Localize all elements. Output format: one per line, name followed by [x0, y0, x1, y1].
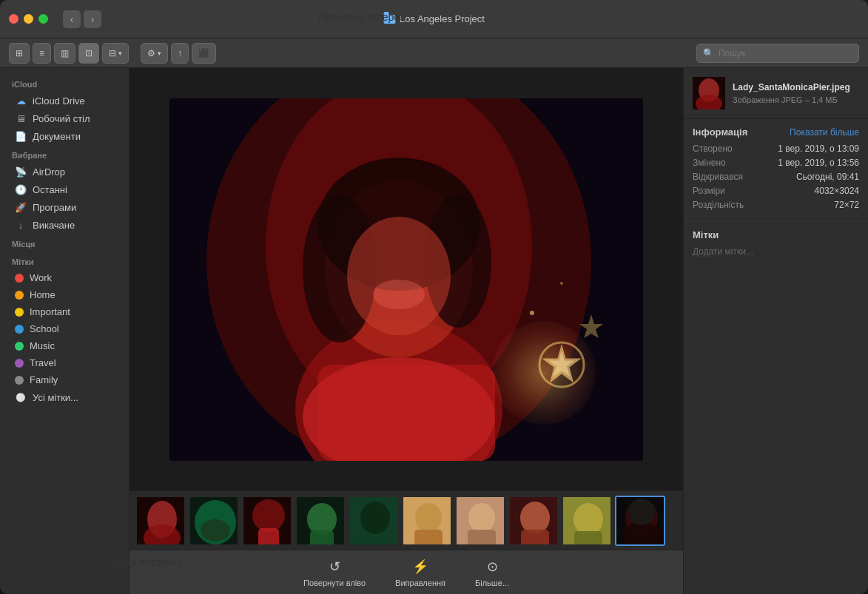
preview-header: Lady_SantaMonicaPier.jpeg Зображення JPE… [684, 68, 868, 119]
sidebar-item-downloads[interactable]: ↓ Викачане [3, 216, 126, 234]
sidebar-item-recents[interactable]: 🕐 Останні [3, 180, 126, 198]
info-section: Інформація Показати більше Створено 1 ве… [684, 119, 868, 222]
thumb-image-10 [616, 497, 664, 544]
svg-point-8 [347, 217, 451, 335]
back-button[interactable]: ‹ [63, 10, 81, 28]
doc-icon: 📄 [15, 130, 27, 142]
thumbnail-8[interactable] [508, 496, 559, 546]
thumb-image-5 [350, 497, 397, 544]
add-tag-placeholder[interactable]: Додати мітки... [693, 246, 859, 257]
view-icons-button[interactable]: ⊞ [9, 43, 30, 64]
sidebar-item-all-tags[interactable]: ⚪ Усі мітки... [3, 388, 126, 406]
view-gallery-icon: ⊡ [85, 48, 92, 58]
share-icon: ↑ [178, 48, 182, 58]
svg-point-43 [573, 503, 603, 536]
show-more-link[interactable]: Показати більше [790, 127, 859, 138]
main-image [169, 98, 643, 461]
svg-point-9 [373, 280, 425, 309]
bottom-toolbar: ↺ Повернути вліво ⚡ Виправлення ⊙ Більше… [129, 550, 683, 594]
modified-value: 1 вер. 2019, о 13:56 [778, 158, 859, 168]
tags-section-label: Мітки [0, 252, 129, 269]
view-list-button[interactable]: ≡ [33, 43, 51, 64]
thumbnail-9[interactable] [562, 496, 612, 546]
view-split-button[interactable]: ⊟ ▾ [102, 43, 129, 64]
maximize-button[interactable] [38, 14, 48, 24]
thumb-svg-6 [403, 497, 452, 546]
sidebar-item-school[interactable]: School [3, 320, 126, 337]
settings-button[interactable]: ⚙ ▾ [141, 43, 168, 64]
thumbnail-3[interactable] [242, 496, 292, 546]
work-tag-dot [15, 274, 24, 283]
tags-section: Мітки Додати мітки... [684, 222, 868, 264]
share-button[interactable]: ↑ [171, 43, 189, 64]
svg-rect-35 [414, 530, 443, 546]
thumb-svg-2 [190, 497, 239, 546]
home-tag-dot [15, 291, 24, 300]
chevron-down-icon-2: ▾ [158, 50, 161, 57]
music-tag-dot [15, 342, 24, 351]
info-section-header: Інформація Показати більше [693, 126, 859, 138]
tag-button[interactable]: ⬛ [192, 43, 216, 64]
minimize-button[interactable] [24, 14, 33, 24]
rotate-left-button[interactable]: ↺ Повернути вліво [303, 558, 366, 587]
view-gallery-button[interactable]: ⊡ [78, 43, 99, 64]
sidebar-item-label: Програми [33, 202, 76, 213]
sidebar-item-family[interactable]: Family [3, 371, 126, 388]
edit-icon: ⚡ [411, 558, 429, 576]
opened-value: Сьогодні, 09:41 [796, 172, 859, 182]
sidebar-item-label: Important [30, 306, 70, 317]
thumb-image-4 [297, 497, 344, 544]
svg-rect-44 [574, 531, 602, 546]
thumb-svg-9 [563, 497, 612, 546]
sidebar-item-label: School [30, 323, 59, 334]
sidebar-item-documents[interactable]: 📄 Документи [3, 127, 126, 145]
view-columns-button[interactable]: ▥ [54, 43, 75, 64]
dimensions-value: 4032×3024 [815, 186, 859, 196]
resolution-label: Роздільність [693, 200, 744, 210]
forward-button[interactable]: › [84, 10, 101, 28]
svg-point-40 [520, 502, 550, 534]
search-icon: 🔍 [703, 48, 714, 58]
thumb-svg-8 [510, 497, 559, 546]
school-tag-dot [15, 325, 24, 334]
sidebar-item-label: Викачане [33, 220, 75, 231]
more-button[interactable]: ⊙ Більше... [475, 558, 509, 587]
folder-icon [383, 15, 395, 24]
svg-point-34 [415, 503, 442, 533]
rotate-left-icon: ↺ [326, 558, 343, 576]
sidebar-item-apps[interactable]: 🚀 Програми [3, 198, 126, 216]
view-icons-icon: ⊞ [16, 48, 23, 58]
thumbnail-2[interactable] [189, 496, 239, 546]
thumbnail-1[interactable] [135, 496, 186, 546]
edit-button[interactable]: ⚡ Виправлення [395, 558, 445, 587]
sidebar-item-home[interactable]: Home [3, 286, 126, 303]
created-value: 1 вер. 2019, о 13:09 [778, 144, 859, 154]
thumbnail-6[interactable] [402, 496, 452, 546]
chevron-down-icon: ▾ [118, 50, 122, 57]
sidebar-item-music[interactable]: Music [3, 337, 126, 354]
sidebar-item-travel[interactable]: Travel [3, 354, 126, 371]
info-row-created: Створено 1 вер. 2019, о 13:09 [693, 144, 859, 154]
sidebar-item-airdrop[interactable]: 📡 AirDrop [3, 163, 126, 180]
search-bar[interactable]: 🔍 [696, 44, 859, 63]
close-button[interactable] [9, 14, 18, 24]
sidebar-item-desktop[interactable]: 🖥 Робочий стіл [3, 109, 126, 127]
thumbnail-10[interactable] [615, 496, 665, 546]
view-split-icon: ⊟ [109, 48, 116, 58]
svg-point-48 [628, 499, 655, 525]
sidebar-item-icloud-drive[interactable]: ☁ iCloud Drive [3, 92, 126, 109]
modified-label: Змінено [693, 158, 726, 168]
thumbnail-5[interactable] [349, 496, 399, 546]
svg-point-16 [530, 311, 534, 315]
airdrop-icon: 📡 [15, 166, 27, 178]
clock-icon: 🕐 [15, 183, 27, 195]
search-input[interactable] [719, 48, 852, 58]
thumbnail-strip [129, 490, 683, 550]
right-panel: Lady_SantaMonicaPier.jpeg Зображення JPE… [683, 68, 868, 594]
thumbnail-4[interactable] [295, 496, 346, 546]
sidebar-item-work[interactable]: Work [3, 269, 126, 286]
sidebar-item-important[interactable]: Important [3, 303, 126, 320]
svg-point-25 [252, 499, 285, 532]
thumbnail-7[interactable] [455, 496, 505, 546]
svg-point-32 [360, 502, 390, 534]
